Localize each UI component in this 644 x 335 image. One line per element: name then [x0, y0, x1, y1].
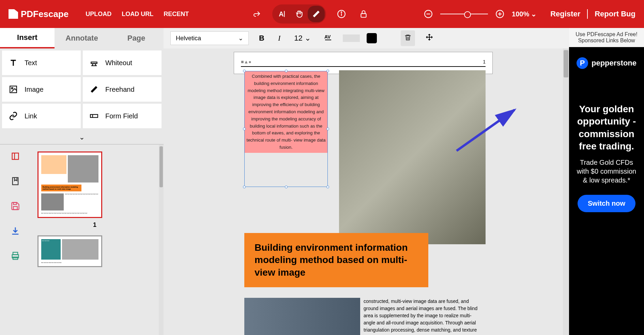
- ad-brand: P pepperstone: [577, 57, 637, 69]
- expand-panel-button[interactable]: ⌄: [0, 130, 164, 144]
- resize-handle[interactable]: [243, 186, 246, 188]
- chevron-down-icon: ⌄: [531, 10, 537, 18]
- insert-whiteout-button[interactable]: Whiteout: [83, 50, 162, 75]
- delete-button[interactable]: [401, 30, 415, 46]
- zoom-level-dropdown[interactable]: 100% ⌄: [512, 10, 537, 18]
- color-swatch[interactable]: [367, 33, 377, 43]
- thumbnail-page-2[interactable]: text text text text text text text text …: [37, 235, 102, 267]
- hand-tool-button[interactable]: [291, 6, 308, 22]
- body-text: constructed, multi-view image data are f…: [364, 298, 483, 334]
- bookmark-icon[interactable]: [11, 176, 20, 186]
- ad-subtext: Trade Gold CFDs with $0 commission & low…: [576, 158, 637, 185]
- svg-text:AV: AV: [324, 34, 331, 40]
- page-number: 1: [483, 59, 486, 64]
- insert-text-label: Text: [25, 59, 37, 67]
- panel-tabs: Insert Annotate Page: [0, 28, 164, 48]
- zoom-level: 100%: [512, 10, 529, 18]
- pdf-page[interactable]: ■▲● 1 Combined with practical cases, the…: [234, 52, 493, 74]
- menu-upload[interactable]: UPLOAD: [86, 11, 111, 18]
- resize-handle[interactable]: [243, 70, 246, 72]
- resize-handle[interactable]: [243, 128, 246, 130]
- svg-text:A: A: [279, 10, 283, 18]
- insert-formfield-label: Form Field: [105, 112, 138, 120]
- pages-icon[interactable]: [11, 151, 20, 161]
- insert-link-button[interactable]: Link: [2, 104, 81, 128]
- thumbnail-scrollbar[interactable]: [159, 145, 164, 335]
- menu-load-url[interactable]: LOAD URL: [122, 11, 153, 18]
- text-icon: [9, 58, 18, 67]
- draw-tool-button[interactable]: [308, 6, 325, 22]
- thumbnails-area: Building environment information modelin…: [0, 144, 164, 335]
- right-panel: Use PDFescape Ad Free! Sponsored Links B…: [569, 28, 644, 335]
- zoom-out-button[interactable]: [421, 7, 435, 21]
- tab-page[interactable]: Page: [109, 28, 164, 48]
- font-family-select[interactable]: Helvetica ⌄: [170, 31, 249, 45]
- settings-button[interactable]: [422, 31, 437, 45]
- content-area: Helvetica ⌄ B I 12 ⌄ AV: [164, 28, 569, 335]
- svg-rect-19: [13, 203, 16, 205]
- save-icon[interactable]: [11, 201, 20, 211]
- tool-mode-group: A: [272, 4, 326, 24]
- ad-notice: Use PDFescape Ad Free! Sponsored Links B…: [569, 28, 644, 47]
- insert-image-label: Image: [25, 86, 44, 93]
- canvas-scrollbar[interactable]: [563, 48, 569, 335]
- print-icon[interactable]: [11, 251, 20, 261]
- info-button[interactable]: [335, 7, 348, 21]
- register-link[interactable]: Register: [550, 10, 580, 18]
- resize-handle[interactable]: [285, 70, 288, 72]
- separator: [587, 9, 588, 19]
- insert-image-button[interactable]: Image: [2, 77, 81, 102]
- svg-rect-13: [90, 115, 98, 118]
- svg-point-12: [12, 88, 13, 89]
- freehand-icon: [90, 85, 98, 94]
- main-menu: UPLOAD LOAD URL RECENT: [86, 11, 189, 18]
- advertisement[interactable]: P pepperstone Your golden opportunity - …: [569, 47, 644, 335]
- spacing-button[interactable]: AV: [321, 32, 336, 44]
- font-name: Helvetica: [176, 35, 201, 42]
- italic-button[interactable]: I: [275, 32, 284, 44]
- insert-freehand-button[interactable]: Freehand: [83, 77, 162, 102]
- thumbnail-page-1[interactable]: Building environment information modelin…: [37, 151, 102, 218]
- spacing-slider[interactable]: [343, 34, 360, 42]
- page-header: ■▲● 1: [241, 59, 486, 67]
- zoom-in-button[interactable]: [493, 7, 507, 21]
- page-image-person: [244, 298, 360, 335]
- zoom-slider[interactable]: [440, 14, 488, 14]
- app-header: PDFescape UPLOAD LOAD URL RECENT A: [0, 0, 644, 28]
- format-toolbar: Helvetica ⌄ B I 12 ⌄ AV: [164, 28, 569, 48]
- bold-button[interactable]: B: [256, 32, 268, 44]
- insert-freehand-label: Freehand: [105, 86, 135, 93]
- chevron-down-icon: ⌄: [305, 34, 311, 43]
- menu-recent[interactable]: RECENT: [164, 11, 189, 18]
- center-tools: A: [250, 4, 370, 24]
- insert-grid: Text Whiteout Image Freehand Link Form F…: [0, 48, 164, 130]
- insert-text-button[interactable]: Text: [2, 50, 81, 75]
- text-tool-button[interactable]: A: [274, 6, 291, 22]
- lock-button[interactable]: [357, 7, 370, 21]
- font-size-select[interactable]: 12 ⌄: [291, 32, 314, 44]
- highlighted-text[interactable]: Combined with practical cases, the build…: [245, 71, 327, 153]
- shapes-icon: ■▲●: [241, 59, 251, 64]
- ad-notice-line2: Sponsored Links Below: [572, 38, 641, 44]
- thumbnail-label-1: 1: [37, 221, 152, 229]
- download-icon[interactable]: [11, 226, 20, 236]
- ad-headline: Your golden opportunity - commission fre…: [576, 103, 637, 153]
- tab-annotate[interactable]: Annotate: [55, 28, 109, 48]
- document-canvas[interactable]: ■▲● 1 Combined with practical cases, the…: [164, 48, 563, 335]
- formfield-icon: [90, 112, 98, 120]
- tab-insert[interactable]: Insert: [0, 28, 55, 48]
- font-size: 12: [294, 34, 302, 43]
- left-panel: Insert Annotate Page Text Whiteout Image…: [0, 28, 164, 335]
- resize-handle[interactable]: [326, 186, 329, 188]
- whiteout-icon: [90, 58, 98, 67]
- app-name: PDFescape: [21, 9, 68, 19]
- resize-handle[interactable]: [326, 70, 329, 72]
- ad-cta-button[interactable]: Switch now: [578, 195, 635, 212]
- selection-box[interactable]: Combined with practical cases, the build…: [244, 71, 328, 187]
- redo-button[interactable]: [250, 7, 264, 21]
- insert-formfield-button[interactable]: Form Field: [83, 104, 162, 128]
- report-bug-link[interactable]: Report Bug: [595, 10, 635, 18]
- ad-notice-line1: Use PDFescape Ad Free!: [572, 31, 641, 38]
- resize-handle[interactable]: [326, 128, 329, 130]
- resize-handle[interactable]: [285, 186, 288, 188]
